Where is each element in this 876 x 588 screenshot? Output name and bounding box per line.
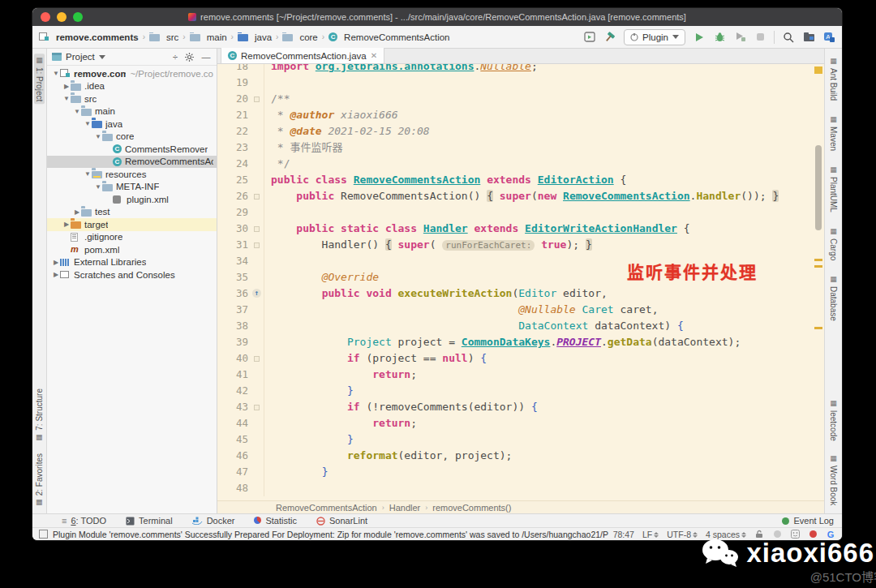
line-number[interactable]: 31 bbox=[217, 237, 251, 253]
code-line[interactable]: 29 bbox=[217, 204, 824, 221]
code-line[interactable]: 19 bbox=[217, 75, 824, 91]
run-with-coverage-button[interactable] bbox=[733, 31, 746, 44]
code-line[interactable]: 41 return; bbox=[217, 367, 824, 383]
tool-stripe-item-ant-build[interactable]: ▦Ant Build bbox=[829, 57, 838, 101]
chevron-down-icon[interactable] bbox=[99, 55, 105, 59]
translate-plugin-icon[interactable]: A bbox=[822, 31, 835, 44]
encoding-select[interactable]: UTF-8 bbox=[667, 530, 698, 539]
editor-tab[interactable]: C RemoveCommentsAction.java ✕ bbox=[221, 48, 384, 63]
code-line[interactable]: 38 DataContext dataContext) { bbox=[217, 318, 824, 334]
line-number[interactable]: 40 bbox=[217, 350, 251, 367]
code-line[interactable]: 18import org.jetbrains.annotations.Nulla… bbox=[217, 64, 824, 75]
gear-icon[interactable] bbox=[185, 53, 196, 62]
line-number[interactable]: 45 bbox=[217, 431, 251, 448]
toolwindow-button-docker[interactable]: Docker bbox=[192, 516, 235, 526]
tool-stripe-item-7-structure[interactable]: ▦7: Structure bbox=[35, 388, 44, 442]
code-line[interactable]: 31 Handler() { super( runForEachCaret: t… bbox=[217, 237, 824, 253]
tool-stripe-item-1-project[interactable]: ▦1: Project bbox=[35, 56, 44, 101]
line-number[interactable]: 35 bbox=[217, 269, 251, 285]
line-number[interactable]: 30 bbox=[217, 221, 251, 237]
tree-chevron[interactable]: ▶ bbox=[52, 271, 60, 278]
tree-row-meta-inf[interactable]: ▼META-INF bbox=[47, 181, 217, 194]
line-number[interactable]: 19 bbox=[217, 75, 251, 91]
line-ending-select[interactable]: LF bbox=[642, 530, 659, 539]
tree-chevron[interactable]: ▼ bbox=[52, 70, 60, 77]
tree-row-resources[interactable]: ▼resources bbox=[47, 168, 217, 181]
toolwindow-button-terminal[interactable]: Terminal bbox=[126, 516, 173, 526]
toolwindow-button-statistic[interactable]: Statistic bbox=[254, 516, 297, 526]
tree-row-src[interactable]: ▼src bbox=[47, 92, 217, 105]
hide-panel-icon[interactable]: — bbox=[200, 52, 212, 62]
collapse-all-icon[interactable]: ÷ bbox=[170, 52, 181, 62]
search-everywhere-icon[interactable] bbox=[782, 31, 795, 44]
tree-chevron[interactable]: ▼ bbox=[73, 108, 81, 115]
toolwindow-button-sonarlint[interactable]: SonarLint bbox=[316, 516, 367, 526]
code-line[interactable]: 42 } bbox=[217, 383, 824, 399]
code-line[interactable]: 47 } bbox=[217, 464, 824, 480]
tree-row-external-libraries[interactable]: ▶External Libraries bbox=[47, 256, 217, 269]
tree-chevron[interactable]: ▼ bbox=[94, 183, 102, 191]
breadcrumb-item-java[interactable]: java bbox=[238, 32, 272, 42]
code-line[interactable]: 26 public RemoveCommentsAction() { super… bbox=[217, 188, 824, 204]
line-number[interactable]: 36 bbox=[217, 285, 251, 302]
line-number[interactable]: 24 bbox=[217, 156, 251, 172]
tool-stripe-item-database[interactable]: ▦Database bbox=[829, 275, 838, 321]
tree-row-core[interactable]: ▼core bbox=[47, 131, 217, 144]
tree-row-pom-xml[interactable]: mpom.xml bbox=[47, 243, 217, 256]
tool-stripe-item-cargo[interactable]: ▦Cargo bbox=[829, 227, 838, 260]
code-line[interactable]: 45 } bbox=[217, 431, 824, 448]
code-line[interactable]: 22 * @date 2021-02-15 20:08 bbox=[217, 123, 824, 139]
line-number[interactable]: 47 bbox=[217, 464, 251, 480]
line-number[interactable]: 21 bbox=[217, 107, 251, 123]
breadcrumb-item-core[interactable]: core bbox=[282, 32, 317, 42]
line-number[interactable]: 42 bbox=[217, 383, 251, 399]
tree-chevron[interactable]: ▼ bbox=[84, 120, 92, 127]
tool-stripe-item-plantuml[interactable]: ▦PlantUML bbox=[829, 165, 838, 212]
tree-row-remove-comments[interactable]: ▼remove.comments~/Project/remove.co bbox=[47, 67, 217, 80]
line-number[interactable]: 25 bbox=[217, 172, 251, 188]
line-number[interactable]: 39 bbox=[217, 334, 251, 350]
line-number[interactable]: 34 bbox=[217, 253, 251, 269]
breadcrumb-item-removecommentsaction[interactable]: CRemoveCommentsAction bbox=[328, 32, 449, 42]
code-line[interactable]: 37 @Nullable Caret caret, bbox=[217, 302, 824, 318]
code-line[interactable]: 30 public static class Handler extends E… bbox=[217, 221, 824, 237]
editor-breadcrumb-item[interactable]: removeComments() bbox=[432, 503, 511, 513]
close-tab-icon[interactable]: ✕ bbox=[371, 51, 377, 60]
tree-row-plugin-xml[interactable]: plugin.xml bbox=[47, 193, 217, 206]
tree-row--gitignore[interactable]: .gitignore bbox=[47, 231, 217, 244]
debug-button[interactable] bbox=[713, 31, 726, 44]
code-editor[interactable]: 18import org.jetbrains.annotations.Nulla… bbox=[217, 64, 824, 500]
code-line[interactable]: 46 reformat(editor, project); bbox=[217, 448, 824, 464]
tree-chevron[interactable]: ▼ bbox=[84, 170, 92, 178]
run-button[interactable] bbox=[693, 31, 706, 44]
code-line[interactable]: 36↑ public void executeWriteAction(Edito… bbox=[217, 285, 824, 302]
tree-chevron[interactable]: ▶ bbox=[73, 208, 81, 216]
code-line[interactable]: 24 */ bbox=[217, 156, 824, 172]
tree-row-removecommentsaction[interactable]: CRemoveCommentsAction bbox=[47, 156, 217, 169]
line-number[interactable]: 44 bbox=[217, 415, 251, 431]
project-structure-icon[interactable] bbox=[802, 31, 815, 44]
tree-chevron[interactable]: ▶ bbox=[62, 221, 71, 228]
tree-chevron[interactable]: ▼ bbox=[94, 133, 102, 140]
line-number[interactable]: 37 bbox=[217, 302, 251, 318]
line-number[interactable]: 26 bbox=[217, 188, 251, 204]
editor-scrollbar-thumb[interactable] bbox=[815, 145, 822, 230]
line-number[interactable]: 18 bbox=[217, 64, 251, 75]
event-log-button[interactable]: Event Log bbox=[782, 516, 834, 526]
tool-stripe-item-word-book[interactable]: ▦Word Book bbox=[829, 454, 838, 505]
editor-breadcrumb-item[interactable]: Handler bbox=[389, 503, 421, 513]
tree-chevron[interactable]: ▼ bbox=[62, 95, 71, 102]
editor-breadcrumb-item[interactable]: RemoveCommentsAction bbox=[276, 503, 377, 513]
code-line[interactable]: 25public class RemoveCommentsAction exte… bbox=[217, 172, 824, 188]
line-number[interactable]: 48 bbox=[217, 480, 251, 496]
run-configuration-select[interactable]: Plugin bbox=[624, 29, 685, 45]
caret-position[interactable]: 78:47 bbox=[613, 530, 634, 539]
tree-row-commentsremover[interactable]: CCommentsRemover bbox=[47, 143, 217, 156]
run-anything-icon[interactable] bbox=[583, 31, 596, 44]
tree-chevron[interactable]: ▶ bbox=[62, 83, 71, 90]
tree-row-test[interactable]: ▶test bbox=[47, 206, 217, 219]
line-number[interactable]: 23 bbox=[217, 139, 251, 156]
breadcrumb-item-remove.comments[interactable]: remove.comments bbox=[39, 32, 139, 42]
line-number[interactable]: 46 bbox=[217, 448, 251, 464]
tool-stripe-item-leetcode[interactable]: ▦leetcode bbox=[829, 399, 838, 441]
